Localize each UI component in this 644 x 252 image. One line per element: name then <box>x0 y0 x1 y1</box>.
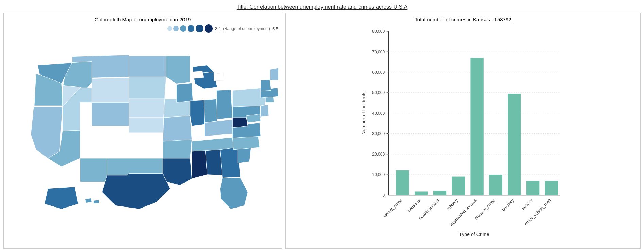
svg-text:robbery: robbery <box>446 198 459 211</box>
legend-circle-4 <box>188 25 194 32</box>
svg-text:0: 0 <box>383 193 385 198</box>
svg-text:30,000: 30,000 <box>372 131 385 136</box>
bar-homicide <box>415 191 428 195</box>
map-svg <box>7 34 278 242</box>
us-choropleth-map <box>7 34 278 242</box>
legend-min: 2.1 <box>215 26 221 31</box>
svg-text:60,000: 60,000 <box>372 70 385 75</box>
chart-panel: Total number of crimes in Kansas : 15879… <box>285 13 641 249</box>
legend-circle-1 <box>167 26 172 31</box>
legend-circle-6 <box>205 24 213 33</box>
svg-text:10,000: 10,000 <box>372 172 385 177</box>
svg-text:40,000: 40,000 <box>372 111 385 116</box>
svg-text:20,000: 20,000 <box>372 152 385 157</box>
svg-text:70,000: 70,000 <box>372 50 385 54</box>
bar-sexual-assault <box>433 191 446 195</box>
svg-text:Number of Incidents: Number of Incidents <box>361 91 366 135</box>
bar-burglary <box>508 94 521 195</box>
legend-circle-2 <box>173 26 179 31</box>
bar-chart-area: 0 10,000 20,000 30,000 40,000 <box>289 24 637 240</box>
bar-aggravated-assault <box>470 58 483 195</box>
map-title: Chloropleth Map of unemployment in 2019 <box>7 17 278 22</box>
svg-text:Type of Crime: Type of Crime <box>459 232 489 237</box>
legend-circle-5 <box>196 25 203 32</box>
legend-circles <box>167 24 213 33</box>
legend-circle-3 <box>180 25 186 32</box>
page-title: Title: Correlation between unemployment … <box>0 0 644 13</box>
bar-larceny <box>526 181 539 195</box>
svg-text:50,000: 50,000 <box>372 90 385 95</box>
bar-chart-svg: 0 10,000 20,000 30,000 40,000 <box>289 24 637 240</box>
legend-max: 5.5 <box>272 26 278 31</box>
svg-text:burglary: burglary <box>501 198 515 212</box>
bar-motor-vehicle-theft <box>545 181 558 195</box>
svg-text:violent_crime: violent_crime <box>383 198 403 218</box>
bar-robbery <box>452 177 465 195</box>
svg-text:larceny: larceny <box>521 198 533 211</box>
svg-text:homicide: homicide <box>407 198 422 213</box>
bar-violent-crime <box>396 170 409 195</box>
map-panel: Chloropleth Map of unemployment in 2019 … <box>3 13 282 249</box>
map-legend: 2.1 (Range of unemployment) 5.5 <box>7 24 278 33</box>
svg-text:80,000: 80,000 <box>372 29 385 34</box>
legend-range-label: (Range of unemployment) <box>223 26 270 31</box>
bar-property-crime <box>489 175 502 195</box>
chart-title: Total number of crimes in Kansas : 15879… <box>289 17 637 22</box>
